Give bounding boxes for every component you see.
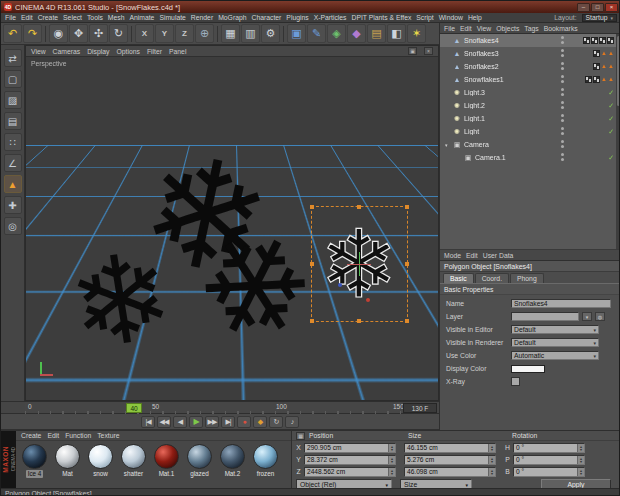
- vp-menu-cameras[interactable]: Cameras: [53, 48, 81, 55]
- spinner-icon[interactable]: [577, 444, 584, 452]
- menu-mograph[interactable]: MoGraph: [218, 14, 246, 21]
- minimize-button[interactable]: –: [577, 3, 590, 12]
- menu-render[interactable]: Render: [191, 14, 213, 21]
- camera-tool-icon[interactable]: ◧: [387, 24, 406, 43]
- workplane-mode-icon[interactable]: ▤: [4, 112, 22, 130]
- vp-menu-filter[interactable]: Filter: [147, 48, 162, 55]
- am-menu-edit[interactable]: Edit: [466, 252, 478, 259]
- phong-tag[interactable]: [601, 63, 607, 70]
- mat-menu-edit[interactable]: Edit: [47, 432, 59, 439]
- layout-select[interactable]: Startup: [582, 14, 617, 22]
- menu-file[interactable]: File: [5, 14, 16, 21]
- timeline-playhead[interactable]: 40: [126, 403, 142, 413]
- goto-start-icon[interactable]: |◀: [141, 416, 155, 428]
- scale-icon[interactable]: ✣: [89, 24, 108, 43]
- axis-y-icon[interactable]: Y: [155, 24, 174, 43]
- spinner-icon[interactable]: [488, 456, 495, 464]
- object-row[interactable]: ✺ Light.3: [440, 86, 620, 99]
- record-keyframe-icon[interactable]: ●: [237, 416, 251, 428]
- visibility-dots[interactable]: [560, 153, 565, 162]
- snowflake-object-2[interactable]: ❄: [61, 233, 181, 369]
- primitive-cube-icon[interactable]: ▣: [287, 24, 306, 43]
- object-row[interactable]: ▲ Snoflakes3: [440, 47, 620, 60]
- material-preview[interactable]: [187, 444, 212, 469]
- menu-create[interactable]: Create: [38, 14, 58, 21]
- layer-browser-icon[interactable]: ◍: [595, 312, 605, 321]
- rotation-b-field[interactable]: 0 °: [513, 467, 585, 477]
- object-row[interactable]: ▲ Snowflakes1: [440, 73, 620, 86]
- visible-editor-dropdown[interactable]: Default: [511, 325, 599, 334]
- visibility-dots[interactable]: [560, 101, 565, 110]
- xray-checkbox[interactable]: [511, 377, 520, 386]
- spinner-icon[interactable]: [388, 468, 395, 476]
- visible-renderer-dropdown[interactable]: Default: [511, 338, 599, 347]
- selection-handles[interactable]: [310, 205, 314, 209]
- axis-z-icon[interactable]: Z: [175, 24, 194, 43]
- om-menu-tags[interactable]: Tags: [524, 25, 538, 32]
- om-menu-view[interactable]: View: [477, 25, 492, 32]
- menu-simulate[interactable]: Simulate: [159, 14, 185, 21]
- texture-mode-icon[interactable]: ▨: [4, 91, 22, 109]
- mat-menu-create[interactable]: Create: [21, 432, 41, 439]
- texture-tag[interactable]: [607, 37, 614, 44]
- previous-key-icon[interactable]: ◀◀: [157, 416, 171, 428]
- menu-dpit[interactable]: DPIT Plants & Effex: [352, 14, 412, 21]
- compositing-tag[interactable]: [608, 102, 614, 109]
- display-color-swatch[interactable]: [511, 365, 545, 373]
- viewport-close-icon[interactable]: ×: [424, 47, 433, 55]
- mat-menu-texture[interactable]: Texture: [97, 432, 119, 439]
- timeline-ruler[interactable]: 0 50 100 150 40 130 F: [25, 401, 439, 414]
- texture-tag[interactable]: [593, 76, 600, 83]
- phong-tag[interactable]: [601, 50, 607, 57]
- material-preview[interactable]: [22, 444, 47, 469]
- material-item[interactable]: Ice 4: [19, 444, 50, 478]
- object-row[interactable]: ✺ Light.1: [440, 112, 620, 125]
- texture-tag[interactable]: [599, 37, 606, 44]
- size-x-field[interactable]: 46.155 cm: [404, 443, 496, 453]
- texture-tag[interactable]: [585, 76, 592, 83]
- compositing-tag[interactable]: [608, 128, 614, 135]
- visibility-dots[interactable]: [560, 75, 565, 84]
- compositing-tag[interactable]: [608, 115, 614, 122]
- viewport[interactable]: View Cameras Display Options Filter Pane…: [25, 45, 439, 401]
- object-row[interactable]: ✺ Light.2: [440, 99, 620, 112]
- enable-axis-icon[interactable]: ✚: [4, 196, 22, 214]
- om-menu-file[interactable]: File: [444, 25, 455, 32]
- material-item[interactable]: Mat: [52, 444, 83, 478]
- mat-menu-function[interactable]: Function: [65, 432, 91, 439]
- undo-icon[interactable]: ↶: [3, 24, 22, 43]
- phong-tag[interactable]: [608, 76, 614, 83]
- material-item[interactable]: glazed: [184, 444, 215, 478]
- phong-tag[interactable]: [601, 76, 607, 83]
- object-row[interactable]: ▲ Snoflakes4: [440, 34, 620, 47]
- material-preview[interactable]: [220, 444, 245, 469]
- move-icon[interactable]: ✥: [69, 24, 88, 43]
- material-preview[interactable]: [253, 444, 278, 469]
- visibility-dots[interactable]: [560, 49, 565, 58]
- sound-icon[interactable]: ♪: [285, 416, 299, 428]
- goto-end-icon[interactable]: ▶|: [221, 416, 235, 428]
- object-row[interactable]: ▾ ▣ Camera: [440, 138, 620, 151]
- material-preview[interactable]: [121, 444, 146, 469]
- position-z-field[interactable]: 2448.562 cm: [304, 467, 396, 477]
- om-menu-edit[interactable]: Edit: [460, 25, 472, 32]
- loop-icon[interactable]: ↻: [269, 416, 283, 428]
- redo-icon[interactable]: ↷: [23, 24, 42, 43]
- object-row[interactable]: ▲ Snoflakes2: [440, 60, 620, 73]
- am-menu-userdata[interactable]: User Data: [483, 252, 514, 259]
- spinner-icon[interactable]: [488, 444, 495, 452]
- om-menu-bookmarks[interactable]: Bookmarks: [544, 25, 578, 32]
- material-preview[interactable]: [154, 444, 179, 469]
- scrollbar[interactable]: [616, 34, 620, 249]
- texture-tag[interactable]: [583, 37, 590, 44]
- use-color-dropdown[interactable]: Automatic: [511, 351, 599, 360]
- expand-arrow-icon[interactable]: ▾: [445, 142, 452, 148]
- phong-tag[interactable]: [608, 50, 614, 57]
- rotation-h-field[interactable]: 0 °: [513, 443, 585, 453]
- spinner-icon[interactable]: [388, 456, 395, 464]
- material-item[interactable]: shatter: [118, 444, 149, 478]
- tab-basic[interactable]: Basic: [443, 273, 474, 283]
- floor-icon[interactable]: ▤: [367, 24, 386, 43]
- maximize-button[interactable]: □: [591, 3, 604, 12]
- rotation-p-field[interactable]: 0 °: [513, 455, 585, 465]
